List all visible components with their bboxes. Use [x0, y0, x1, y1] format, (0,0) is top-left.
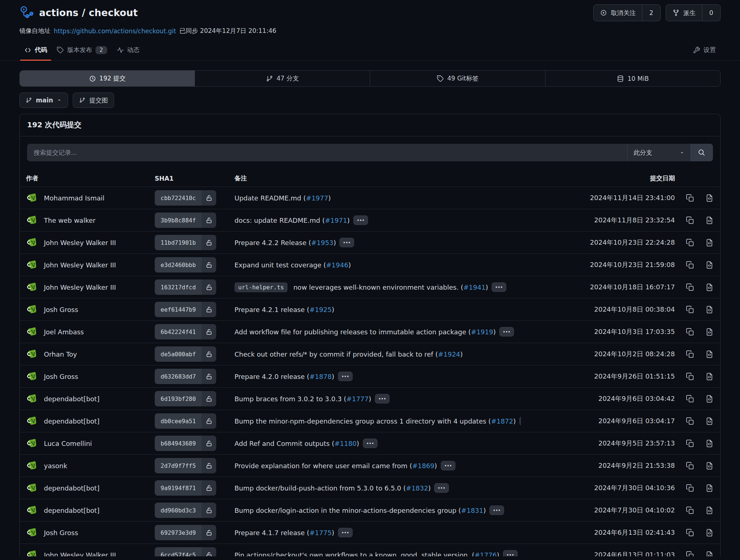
browse-source-at-commit-button[interactable]: [705, 462, 714, 470]
search-button[interactable]: [690, 144, 713, 161]
commit-sha-button[interactable]: cbb722410c: [155, 190, 216, 206]
commit-sha-button[interactable]: 11bd71901b: [155, 235, 216, 250]
author-name-link[interactable]: dependabot[bot]: [44, 417, 99, 425]
commit-sha-button[interactable]: 2d7d9f7ff5: [155, 458, 216, 473]
copy-sha-button[interactable]: [686, 216, 694, 225]
author-name-link[interactable]: The web walker: [44, 217, 95, 224]
author-name-link[interactable]: Mohammad Ismail: [44, 194, 104, 202]
stat-tags[interactable]: 49 Git标签: [370, 71, 545, 86]
branch-filter-dropdown[interactable]: 此分支: [627, 144, 690, 161]
forks-count[interactable]: 0: [702, 5, 720, 21]
expand-commit-message-button[interactable]: [339, 238, 354, 247]
browse-source-at-commit-button[interactable]: [705, 216, 714, 225]
expand-commit-message-button[interactable]: [338, 528, 353, 537]
issue-link[interactable]: #1878: [309, 373, 332, 380]
copy-sha-button[interactable]: [686, 350, 694, 358]
issue-link[interactable]: #1953: [311, 239, 333, 247]
stat-branches[interactable]: 47 分支: [195, 71, 370, 86]
copy-sha-button[interactable]: [686, 194, 694, 202]
browse-source-at-commit-button[interactable]: [705, 350, 714, 358]
expand-commit-message-button[interactable]: [499, 327, 514, 337]
tab-releases[interactable]: 版本发布 2: [52, 40, 112, 60]
commit-sha-button[interactable]: 9a9194f871: [155, 480, 216, 496]
browse-source-at-commit-button[interactable]: [705, 506, 714, 515]
copy-sha-button[interactable]: [686, 261, 694, 269]
copy-sha-button[interactable]: [686, 417, 694, 425]
expand-commit-message-button[interactable]: [363, 439, 377, 448]
copy-sha-button[interactable]: [686, 551, 694, 557]
commit-sha-button[interactable]: 163217dfcd: [155, 279, 216, 295]
copy-sha-button[interactable]: [686, 328, 694, 336]
issue-link[interactable]: #1776: [474, 551, 497, 557]
expand-commit-message-button[interactable]: [489, 505, 504, 515]
author-name-link[interactable]: John Wesley Walker III: [44, 283, 116, 291]
issue-link[interactable]: #1977: [306, 194, 328, 202]
browse-source-at-commit-button[interactable]: [705, 305, 714, 314]
stat-size[interactable]: 10 MiB: [545, 71, 720, 86]
copy-sha-button[interactable]: [686, 506, 694, 515]
issue-link[interactable]: #1971: [325, 217, 347, 224]
commit-sha-button[interactable]: eef61447b9: [155, 302, 216, 317]
copy-sha-button[interactable]: [686, 395, 694, 403]
expand-commit-message-button[interactable]: [503, 550, 518, 556]
author-name-link[interactable]: dependabot[bot]: [44, 507, 99, 514]
issue-link[interactable]: #1775: [309, 529, 332, 537]
author-name-link[interactable]: yasonk: [44, 462, 67, 470]
expand-commit-message-button[interactable]: [375, 394, 390, 403]
copy-sha-button[interactable]: [686, 462, 694, 470]
fork-button[interactable]: 派生 0: [666, 4, 721, 21]
unwatch-button[interactable]: 取消关注 2: [593, 4, 661, 21]
issue-link[interactable]: #1832: [406, 484, 428, 492]
author-name-link[interactable]: John Wesley Walker III: [44, 551, 116, 557]
author-name-link[interactable]: Josh Gross: [44, 373, 78, 380]
copy-sha-button[interactable]: [686, 484, 694, 492]
author-name-link[interactable]: Joel Ambass: [44, 328, 84, 336]
author-name-link[interactable]: Josh Gross: [44, 306, 78, 313]
commit-sha-button[interactable]: de5a000abf: [155, 346, 216, 362]
issue-link[interactable]: #1924: [438, 350, 460, 358]
issue-link[interactable]: #1946: [326, 261, 348, 269]
author-name-link[interactable]: John Wesley Walker III: [44, 261, 116, 269]
commit-sha-button[interactable]: d632683dd7: [155, 369, 216, 384]
copy-sha-button[interactable]: [686, 529, 694, 537]
expand-commit-message-button[interactable]: [338, 372, 353, 381]
issue-link[interactable]: #1869: [412, 462, 435, 470]
tab-code[interactable]: 代码: [19, 40, 52, 60]
issue-link[interactable]: #1941: [463, 283, 485, 291]
browse-source-at-commit-button[interactable]: [705, 261, 714, 269]
author-name-link[interactable]: John Wesley Walker III: [44, 239, 116, 247]
search-input[interactable]: [27, 144, 627, 161]
author-name-link[interactable]: Luca Comellini: [44, 440, 92, 447]
browse-source-at-commit-button[interactable]: [705, 238, 714, 247]
issue-link[interactable]: #1919: [471, 328, 493, 336]
browse-source-at-commit-button[interactable]: [705, 395, 714, 403]
browse-source-at-commit-button[interactable]: [705, 417, 714, 425]
issue-link[interactable]: #1180: [334, 440, 357, 447]
commit-sha-button[interactable]: e3d2460bbb: [155, 257, 216, 273]
issue-link[interactable]: #1831: [461, 507, 483, 514]
commit-sha-button[interactable]: 692973e3d9: [155, 525, 216, 540]
browse-source-at-commit-button[interactable]: [705, 194, 714, 202]
expand-commit-message-button[interactable]: [441, 461, 455, 470]
issue-link[interactable]: #1777: [346, 395, 369, 403]
browse-source-at-commit-button[interactable]: [705, 551, 714, 557]
commit-sha-button[interactable]: 6ccd57f4c5: [155, 547, 216, 556]
copy-sha-button[interactable]: [686, 439, 694, 448]
tab-settings[interactable]: 设置: [688, 40, 721, 60]
commit-sha-button[interactable]: b684943689: [155, 436, 216, 451]
stat-commits[interactable]: 192 提交: [20, 71, 195, 86]
author-name-link[interactable]: Orhan Toy: [44, 350, 77, 358]
browse-source-at-commit-button[interactable]: [705, 439, 714, 448]
mirror-url-link[interactable]: https://github.com/actions/checkout.git: [54, 27, 176, 35]
expand-commit-message-button[interactable]: [353, 215, 368, 225]
commit-sha-button[interactable]: 6b42224f41: [155, 324, 216, 339]
author-name-link[interactable]: Josh Gross: [44, 529, 78, 537]
tab-activity[interactable]: 动态: [112, 40, 144, 60]
copy-sha-button[interactable]: [686, 305, 694, 314]
browse-source-at-commit-button[interactable]: [705, 283, 714, 292]
expand-commit-message-button[interactable]: [492, 282, 506, 292]
branch-selector[interactable]: main: [19, 93, 68, 108]
watchers-count[interactable]: 2: [642, 5, 660, 21]
copy-sha-button[interactable]: [686, 372, 694, 381]
commit-sha-button[interactable]: 3b9b8c884f: [155, 213, 216, 228]
